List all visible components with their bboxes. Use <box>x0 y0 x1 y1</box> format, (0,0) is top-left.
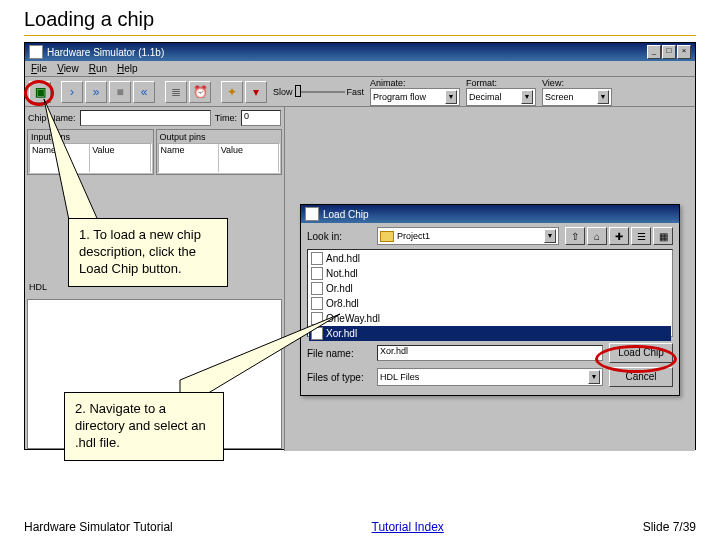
footer-right: Slide 7/39 <box>643 520 696 534</box>
file-icon <box>311 282 323 295</box>
home-button[interactable]: ⌂ <box>587 227 607 245</box>
col-name: Name <box>30 144 90 172</box>
format-combo[interactable]: Decimal▼ <box>466 88 536 106</box>
menu-help[interactable]: Help <box>117 63 138 74</box>
view-combo[interactable]: Screen▼ <box>542 88 612 106</box>
chevron-down-icon: ▼ <box>588 370 600 384</box>
stop-button[interactable]: ■ <box>109 81 131 103</box>
file-icon <box>311 267 323 280</box>
tutorial-index-link[interactable]: Tutorial Index <box>372 520 444 534</box>
list-item[interactable]: Or8.hdl <box>309 296 671 311</box>
animate-label: Animate: <box>370 78 460 88</box>
list-item[interactable]: And.hdl <box>309 251 671 266</box>
list-item-selected[interactable]: Xor.hdl <box>309 326 671 341</box>
slide-footer: Hardware Simulator Tutorial Tutorial Ind… <box>0 520 720 534</box>
close-button[interactable]: × <box>677 45 691 59</box>
filetype-combo[interactable]: HDL Files▼ <box>377 368 603 386</box>
dialog-titlebar: Load Chip <box>301 205 679 223</box>
filetype-label: Files of type: <box>307 372 371 383</box>
load-chip-confirm-button[interactable]: Load Chip <box>609 343 673 363</box>
filename-input[interactable]: Xor.hdl <box>377 345 603 361</box>
breakpoint-button[interactable]: ⏰ <box>189 81 211 103</box>
format-label: Format: <box>466 78 536 88</box>
filetype-value: HDL Files <box>380 372 588 382</box>
lookin-combo[interactable]: Project1 ▼ <box>377 227 559 245</box>
callout-1: 1. To load a new chip description, click… <box>68 218 228 287</box>
file-list[interactable]: And.hdl Not.hdl Or.hdl Or8.hdl OneWay.hd… <box>307 249 673 337</box>
file-name: And.hdl <box>326 253 360 264</box>
output-pins-table[interactable]: Name Value <box>158 143 281 173</box>
cancel-button[interactable]: Cancel <box>609 367 673 387</box>
chevron-down-icon: ▼ <box>544 229 556 243</box>
rewind-button[interactable]: « <box>133 81 155 103</box>
menubar: File View Run Help <box>25 61 695 77</box>
speed-slider[interactable]: Slow Fast <box>273 87 364 97</box>
script-button[interactable]: ≣ <box>165 81 187 103</box>
file-icon <box>311 312 323 325</box>
file-name: Xor.hdl <box>326 328 357 339</box>
lookin-value: Project1 <box>397 231 544 241</box>
maximize-button[interactable]: □ <box>662 45 676 59</box>
folder-icon <box>380 231 394 242</box>
chevron-down-icon: ▼ <box>521 90 533 104</box>
eval-button[interactable]: ✦ <box>221 81 243 103</box>
col-name: Name <box>159 144 219 172</box>
window-title: Hardware Simulator (1.1b) <box>47 47 164 58</box>
menu-view[interactable]: View <box>57 63 79 74</box>
list-item[interactable]: Not.hdl <box>309 266 671 281</box>
window-titlebar: Hardware Simulator (1.1b) _ □ × <box>25 43 695 61</box>
list-item[interactable]: OneWay.hdl <box>309 311 671 326</box>
file-name: OneWay.hdl <box>326 313 380 324</box>
list-item[interactable]: Or.hdl <box>309 281 671 296</box>
minimize-button[interactable]: _ <box>647 45 661 59</box>
load-chip-button[interactable]: ▣ <box>29 81 51 103</box>
callout-text: 1. To load a new chip description, click… <box>79 227 201 276</box>
filename-label: File name: <box>307 348 371 359</box>
col-value: Value <box>90 144 150 172</box>
detail-view-button[interactable]: ▦ <box>653 227 673 245</box>
file-name: Or8.hdl <box>326 298 359 309</box>
file-icon <box>311 297 323 310</box>
chip-name-label: Chip Name: <box>28 113 76 123</box>
app-icon <box>29 45 43 59</box>
input-pins-table[interactable]: Name Value <box>29 143 152 173</box>
file-name: Not.hdl <box>326 268 358 279</box>
view-value: Screen <box>545 92 597 102</box>
time-field: 0 <box>241 110 281 126</box>
chip-name-field[interactable] <box>80 110 211 126</box>
col-value: Value <box>219 144 279 172</box>
list-view-button[interactable]: ☰ <box>631 227 651 245</box>
format-value: Decimal <box>469 92 521 102</box>
chevron-down-icon: ▼ <box>597 90 609 104</box>
view-label: View: <box>542 78 612 88</box>
output-pins-label: Output pins <box>158 131 281 143</box>
toolbar: ▣ › » ■ « ≣ ⏰ ✦ ▾ Slow Fast Animate: Pro… <box>25 77 695 107</box>
up-folder-button[interactable]: ⇧ <box>565 227 585 245</box>
slide-title: Loading a chip <box>0 0 720 35</box>
input-pins-label: Input pins <box>29 131 152 143</box>
divider <box>24 35 696 36</box>
new-folder-button[interactable]: ✚ <box>609 227 629 245</box>
dialog-title: Load Chip <box>323 209 369 220</box>
animate-combo[interactable]: Program flow▼ <box>370 88 460 106</box>
lookin-label: Look in: <box>307 231 371 242</box>
chevron-down-icon: ▼ <box>445 90 457 104</box>
load-chip-dialog: Load Chip Look in: Project1 ▼ ⇧ ⌂ ✚ ☰ ▦ … <box>300 204 680 396</box>
tick-button[interactable]: ▾ <box>245 81 267 103</box>
footer-left: Hardware Simulator Tutorial <box>24 520 173 534</box>
single-step-button[interactable]: › <box>61 81 83 103</box>
run-button[interactable]: » <box>85 81 107 103</box>
callout-text: 2. Navigate to a directory and select an… <box>75 401 206 450</box>
slow-label: Slow <box>273 87 293 97</box>
file-icon <box>311 252 323 265</box>
file-icon <box>311 327 323 340</box>
menu-file[interactable]: File <box>31 63 47 74</box>
file-name: Or.hdl <box>326 283 353 294</box>
animate-value: Program flow <box>373 92 445 102</box>
time-label: Time: <box>215 113 237 123</box>
menu-run[interactable]: Run <box>89 63 107 74</box>
fast-label: Fast <box>347 87 365 97</box>
dialog-icon <box>305 207 319 221</box>
callout-2: 2. Navigate to a directory and select an… <box>64 392 224 461</box>
